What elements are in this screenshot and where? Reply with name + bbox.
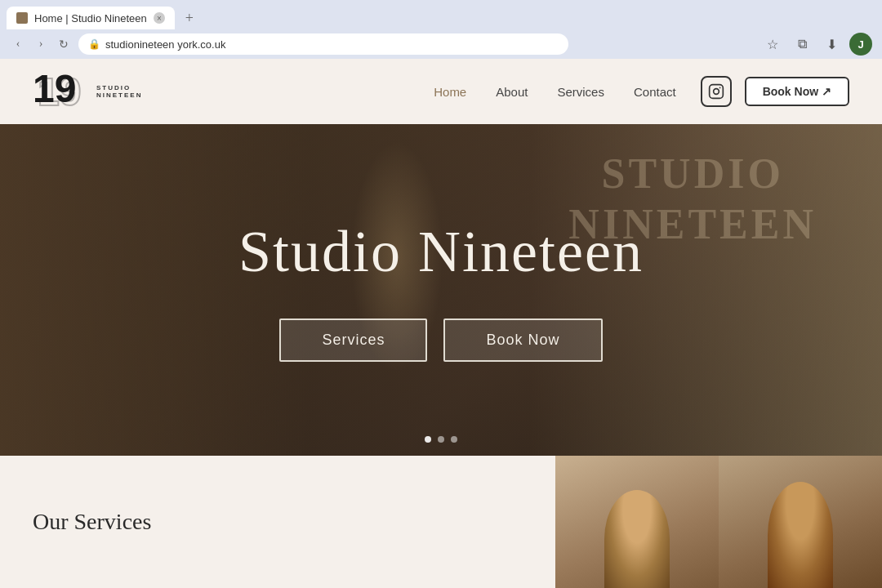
hero-services-button[interactable]: Services [279, 318, 427, 362]
profile-button[interactable]: J [849, 33, 872, 56]
tab-title: Home | Studio Nineteen [34, 12, 147, 24]
hero-buttons: Services Book Now [279, 318, 602, 362]
address-bar: ‹ › ↻ 🔒 studionineteen york.co.uk ☆ ⧉ ⬇ … [0, 29, 882, 59]
carousel-dot-1[interactable] [425, 436, 431, 443]
url-text: studionineteen york.co.uk [105, 38, 225, 51]
logo-mark: 19 19 [33, 69, 90, 114]
active-tab[interactable]: Home | Studio Nineteen × [7, 7, 175, 29]
back-button[interactable]: ‹ [10, 36, 26, 52]
nav-home[interactable]: Home [434, 85, 466, 99]
svg-rect-0 [709, 85, 723, 99]
services-header: Our Services [33, 509, 245, 535]
extensions-button[interactable]: ⧉ [791, 33, 813, 56]
logo-text: STUDIO NINETEEN [96, 84, 142, 99]
nav-about[interactable]: About [496, 85, 528, 99]
refresh-button[interactable]: ↻ [56, 36, 72, 52]
services-section-title: Our Services [33, 509, 245, 535]
bookmark-button[interactable]: ☆ [761, 33, 784, 56]
url-input[interactable]: 🔒 studionineteen york.co.uk [78, 33, 568, 55]
svg-point-1 [713, 89, 719, 95]
site-wrapper: 19 19 STUDIO NINETEEN Home About Service… [0, 59, 882, 588]
services-preview-section: Our Services All Services ↗ [0, 456, 882, 588]
carousel-dot-3[interactable] [451, 436, 457, 443]
forward-button[interactable]: › [33, 36, 49, 52]
book-now-header-button[interactable]: Book Now ↗ [745, 77, 849, 106]
carousel-dot-2[interactable] [438, 436, 444, 443]
site-logo[interactable]: 19 19 STUDIO NINETEEN [33, 69, 142, 114]
service-thumbnails [555, 456, 882, 588]
browser-chrome: Home | Studio Nineteen × + ‹ › ↻ 🔒 studi… [0, 0, 882, 59]
new-tab-button[interactable]: + [178, 7, 201, 29]
hero-section: STUDIO NINETEEN Studio Nineteen Services… [0, 124, 882, 456]
hero-book-button[interactable]: Book Now [443, 318, 602, 362]
site-header: 19 19 STUDIO NINETEEN Home About Service… [0, 59, 882, 124]
download-button[interactable]: ⬇ [820, 33, 843, 56]
tab-close-button[interactable]: × [154, 12, 165, 24]
service-thumbnail-left [555, 456, 719, 588]
browser-actions: ☆ ⧉ ⬇ J [761, 33, 872, 56]
nav-services[interactable]: Services [557, 85, 604, 99]
instagram-button[interactable] [701, 76, 732, 107]
svg-point-2 [719, 87, 720, 89]
hero-title: Studio Nineteen [238, 218, 644, 286]
nav-contact[interactable]: Contact [634, 85, 676, 99]
hero-content: Studio Nineteen Services Book Now [0, 124, 882, 456]
tab-bar: Home | Studio Nineteen × + [0, 0, 882, 29]
site-navigation: Home About Services Contact [434, 85, 675, 99]
carousel-dots [425, 436, 457, 443]
tab-favicon [16, 12, 28, 24]
service-thumbnail-right [719, 456, 882, 588]
